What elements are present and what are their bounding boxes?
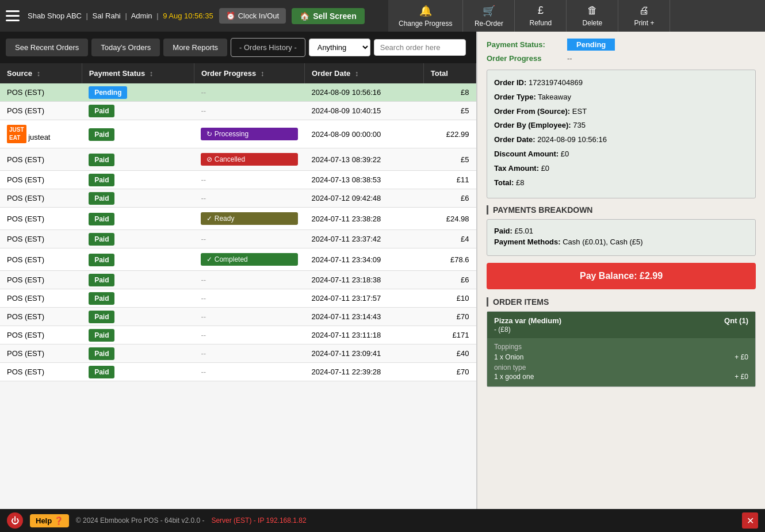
item-qnt: Qnt (1) (724, 316, 748, 334)
payments-breakdown: Paid: £5.01 Payment Methods: Cash (£0.01… (487, 219, 756, 256)
filter-select[interactable]: AnythingPendingPaidProcessingCancelledRe… (309, 39, 370, 56)
col-payment-status[interactable]: Payment Status ↕ (82, 63, 194, 83)
col-total: Total (423, 63, 476, 83)
table-row[interactable]: POS (EST)Paid✓ Ready2024-07-11 23:38:28£… (0, 208, 476, 230)
paid-label: Paid: (494, 227, 512, 235)
table-row[interactable]: POS (EST)Paid✓ Completed2024-07-11 23:34… (0, 248, 476, 271)
total-value: £8 (516, 178, 524, 187)
help-button[interactable]: Help ❓ (30, 514, 69, 527)
order-details: Order ID: 1723197404869 Order Type: Take… (487, 70, 756, 198)
table-row[interactable]: POS (EST)Paid--2024-07-12 09:42:48£6 (0, 189, 476, 208)
cart-icon: 🛒 (483, 5, 495, 17)
see-recent-orders-button[interactable]: See Recent Orders (6, 39, 88, 56)
payments-breakdown-title: PAYMENTS BREAKDOWN (487, 205, 756, 215)
orders-history-button[interactable]: - Orders History - (231, 38, 305, 57)
table-row[interactable]: POS (EST)Paid--2024-07-11 23:09:41£40 (0, 345, 476, 363)
table-row[interactable]: POS (EST)Pending--2024-08-09 10:56:16£8 (0, 83, 476, 102)
table-row[interactable]: POS (EST)Paid--2024-07-11 22:39:28£70 (0, 363, 476, 381)
order-date-value: 2024-08-09 10:56:16 (537, 135, 607, 144)
print-icon: 🖨 (639, 5, 649, 17)
table-row[interactable]: POS (EST)Paid⊘ Cancelled2024-07-13 08:39… (0, 148, 476, 171)
table-row[interactable]: POS (EST)Paid--2024-07-11 23:14:43£70 (0, 308, 476, 326)
tax-label: Tax Amount: (494, 164, 539, 173)
pay-balance-button[interactable]: Pay Balance: £2.99 (487, 263, 756, 289)
table-row[interactable]: POS (EST)Paid--2024-07-13 08:38:53£11 (0, 171, 476, 189)
payment-status-value: Pending (567, 39, 615, 51)
server-info: Server (EST) - IP 192.168.1.82 (211, 516, 306, 525)
topping-2: 1 x good one + £0 (494, 373, 748, 381)
table-row[interactable]: JUSTEAT justeatPaid↻ Processing2024-08-0… (0, 120, 476, 148)
payment-status-label: Payment Status: (487, 40, 567, 49)
table-row[interactable]: POS (EST)Paid--2024-07-11 23:11:18£171 (0, 326, 476, 345)
methods-value: Cash (£0.01), Cash (£5) (563, 238, 642, 246)
print-button[interactable]: 🖨 Print + (618, 0, 670, 32)
item-price: - (£8) (494, 326, 511, 334)
trash-icon: 🗑 (587, 5, 598, 17)
order-from-value: EST (572, 107, 587, 116)
order-type-value: Takeaway (538, 93, 571, 101)
order-date-label: Order Date: (494, 135, 536, 144)
order-progress-label: Order Progress (487, 54, 567, 63)
order-item-header: Pizza var (Medium) - (£8) Qnt (1) (487, 312, 755, 338)
hamburger-menu-icon[interactable] (6, 8, 22, 24)
discount-value: £0 (561, 150, 569, 158)
order-item-body: Toppings 1 x Onion + £0 onion type 1 x g… (487, 338, 755, 386)
clock-icon: ⏰ (226, 12, 235, 20)
table-row[interactable]: POS (EST)Paid--2024-07-11 23:18:38£6 (0, 271, 476, 289)
methods-label: Payment Methods: (494, 238, 561, 246)
order-progress-row: Order Progress -- (487, 54, 756, 63)
copyright-text: © 2024 Ebmbook Pro POS - 64bit v2.0.0 - (76, 516, 205, 525)
payment-status-row: Payment Status: Pending (487, 39, 756, 51)
order-items-section: Pizza var (Medium) - (£8) Qnt (1) Toppin… (487, 311, 756, 387)
col-order-date[interactable]: Order Date ↕ (305, 63, 424, 83)
table-row[interactable]: POS (EST)Paid--2024-07-11 23:37:42£4 (0, 230, 476, 248)
change-progress-button[interactable]: 🔔 Change Progress (388, 0, 463, 32)
power-button[interactable]: ⏻ (7, 512, 23, 529)
todays-orders-button[interactable]: Today's Orders (91, 39, 160, 56)
order-by-label: Order By (Employee): (494, 121, 571, 129)
clock-in-out-button[interactable]: ⏰ Clock In/Out (219, 8, 286, 24)
total-label: Total: (494, 178, 514, 187)
order-progress-value: -- (567, 54, 572, 63)
col-order-progress[interactable]: Order Progress ↕ (194, 63, 304, 83)
sell-screen-button[interactable]: 🏠 Sell Screen (292, 8, 365, 24)
topping-1: 1 x Onion + £0 (494, 353, 748, 361)
reorder-button[interactable]: 🛒 Re-Order (463, 0, 515, 32)
topping-type-label: onion type (494, 363, 748, 372)
discount-label: Discount Amount: (494, 150, 559, 158)
tax-value: £0 (541, 164, 549, 173)
table-row[interactable]: POS (EST)Paid--2024-07-11 23:17:57£10 (0, 289, 476, 308)
paid-value: £5.01 (514, 227, 533, 235)
search-input[interactable] (374, 39, 466, 56)
toppings-label: Toppings (494, 343, 748, 351)
shop-title: Shab Shop ABC | Sal Rahi | Admin | 9 Aug… (28, 12, 213, 20)
order-items-title: ORDER ITEMS (487, 297, 756, 307)
home-icon: 🏠 (300, 12, 309, 21)
order-id-value: 1723197404869 (529, 78, 583, 87)
pound-icon: £ (538, 5, 544, 17)
order-type-label: Order Type: (494, 93, 536, 101)
order-id-label: Order ID: (494, 78, 526, 87)
order-by-value: 735 (573, 121, 586, 129)
order-from-label: Order From (Source): (494, 107, 570, 116)
close-bottom-button[interactable]: ✕ (742, 512, 758, 529)
more-reports-button[interactable]: More Reports (163, 39, 227, 56)
item-name: Pizza var (Medium) (494, 316, 561, 325)
col-source[interactable]: Source ↕ (0, 63, 82, 83)
refund-button[interactable]: £ Refund (515, 0, 567, 32)
table-row[interactable]: POS (EST)Paid--2024-08-09 10:40:15£5 (0, 102, 476, 120)
bell-icon: 🔔 (419, 5, 432, 17)
delete-button[interactable]: 🗑 Delete (567, 0, 618, 32)
